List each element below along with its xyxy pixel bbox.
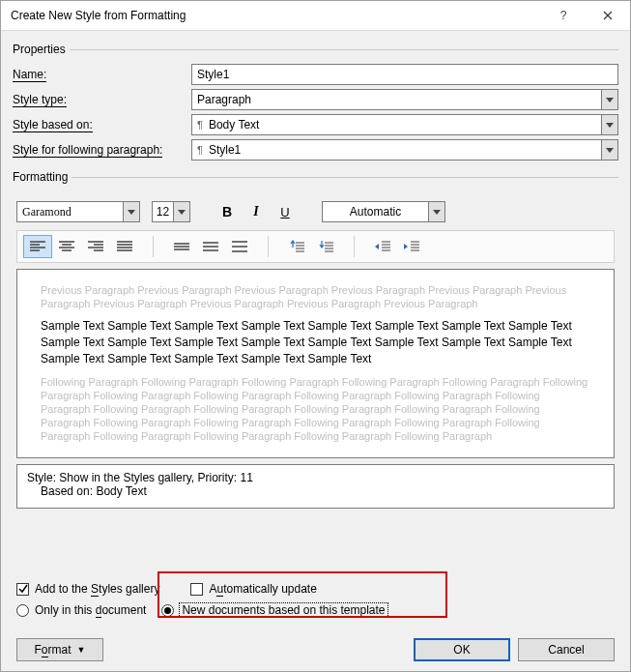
preview-sample-text: Sample Text Sample Text Sample Text Samp…: [41, 318, 590, 367]
titlebar: Create New Style from Formatting ?: [1, 1, 630, 31]
cancel-button[interactable]: Cancel: [518, 638, 615, 661]
font-combo[interactable]: Garamond: [16, 201, 140, 222]
description-box: Style: Show in the Styles gallery, Prior…: [16, 464, 615, 509]
preview-next-text: Following Paragraph Following Paragraph …: [41, 375, 590, 443]
align-left-icon: [30, 241, 45, 252]
spacing-1-button[interactable]: [167, 235, 196, 258]
dialog-window: Create New Style from Formatting ? Prope…: [0, 0, 631, 672]
space-before-inc-button[interactable]: [282, 235, 311, 258]
auto-update-checkbox[interactable]: [190, 583, 203, 596]
line-spacing-icon: [203, 241, 218, 252]
formatting-group: Formatting Garamond 12 B I U Automatic: [13, 170, 618, 514]
close-icon: [603, 11, 613, 20]
spacing-15-button[interactable]: [196, 235, 225, 258]
properties-group: Properties Name: Style type: Paragraph S…: [13, 43, 618, 164]
space-before-icon: [288, 240, 305, 253]
align-left-button[interactable]: [23, 235, 52, 258]
description-line: Style: Show in the Styles gallery, Prior…: [27, 471, 604, 484]
chevron-down-icon: [601, 114, 618, 135]
preview-pane: Previous Paragraph Previous Paragraph Pr…: [16, 269, 615, 458]
chevron-down-icon: [433, 210, 441, 215]
preview-prev-text: Previous Paragraph Previous Paragraph Pr…: [41, 283, 590, 310]
align-justify-icon: [117, 241, 132, 252]
basedon-combo[interactable]: ¶Body Text: [191, 114, 618, 135]
description-line: Based on: Body Text: [27, 484, 604, 498]
styletype-label: Style type:: [13, 93, 191, 106]
align-right-button[interactable]: [81, 235, 110, 258]
only-document-radio[interactable]: [16, 604, 29, 617]
add-gallery-label[interactable]: Add to the Styles gallery: [35, 582, 159, 596]
pilcrow-icon: ¶: [197, 144, 203, 156]
chevron-down-icon: [601, 89, 618, 110]
format-button[interactable]: Format ▼: [16, 638, 103, 661]
space-before-dec-button[interactable]: [311, 235, 340, 258]
add-gallery-checkbox[interactable]: [16, 583, 29, 596]
following-combo[interactable]: ¶Style1: [191, 139, 618, 161]
chevron-down-icon: [128, 210, 135, 215]
properties-legend: Properties: [13, 43, 70, 56]
chevron-down-icon: [178, 210, 186, 215]
line-spacing-icon: [174, 241, 189, 252]
align-center-button[interactable]: [52, 235, 81, 258]
title-text: Create New Style from Formatting: [11, 9, 541, 22]
justify-button[interactable]: [110, 235, 139, 258]
only-document-label[interactable]: Only in this document: [35, 603, 146, 617]
name-label: Name:: [13, 68, 191, 81]
paragraph-toolbar: [16, 230, 615, 263]
bold-button[interactable]: B: [215, 201, 239, 222]
new-documents-label[interactable]: New documents based on this template: [180, 603, 387, 617]
basedon-label: Style based on:: [13, 118, 191, 131]
dropdown-arrow-icon: ▼: [77, 645, 86, 655]
chevron-down-icon: [601, 139, 618, 161]
spacing-2-button[interactable]: [225, 235, 254, 258]
pilcrow-icon: ¶: [197, 119, 203, 131]
italic-button[interactable]: I: [244, 201, 268, 222]
align-center-icon: [59, 241, 74, 252]
increase-indent-icon: [403, 240, 420, 253]
decrease-indent-icon: [374, 240, 391, 253]
line-spacing-icon: [232, 241, 247, 252]
size-combo[interactable]: 12: [152, 201, 190, 222]
space-after-icon: [317, 240, 334, 253]
styletype-combo[interactable]: Paragraph: [191, 89, 618, 110]
auto-update-label[interactable]: Automatically update: [209, 582, 316, 596]
help-button[interactable]: ?: [541, 1, 586, 31]
underline-button[interactable]: U: [273, 201, 297, 222]
increase-indent-button[interactable]: [397, 235, 426, 258]
align-right-icon: [88, 241, 103, 252]
checkmark-icon: [18, 584, 28, 594]
decrease-indent-button[interactable]: [368, 235, 397, 258]
ok-button[interactable]: OK: [414, 638, 510, 661]
new-documents-radio[interactable]: [161, 604, 174, 617]
color-combo[interactable]: Automatic: [322, 201, 445, 222]
name-input[interactable]: [191, 64, 618, 85]
following-label: Style for following paragraph:: [13, 143, 191, 157]
formatting-legend: Formatting: [13, 170, 72, 184]
close-button[interactable]: [586, 1, 630, 31]
